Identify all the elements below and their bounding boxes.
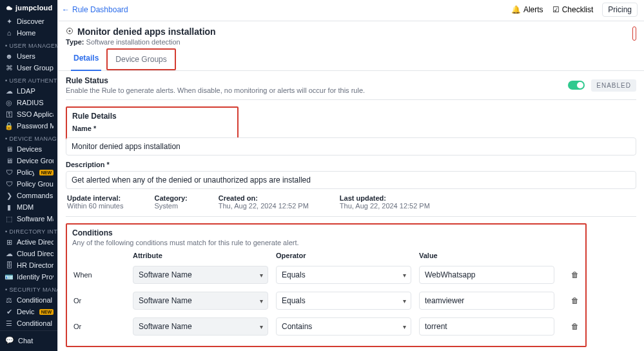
users-icon: ⌘	[5, 64, 13, 72]
top-actions: 🔔Alerts ☑Checklist Pricing	[511, 3, 638, 17]
sidebar-item-active-directory[interactable]: ⊞Active Directory	[0, 236, 57, 248]
sidebar-item-label: Active Directory	[17, 238, 54, 246]
sidebar-item-label: SSO Applications	[17, 110, 54, 118]
cond-operator-select[interactable]	[276, 292, 411, 310]
sidebar-item-hr-directories[interactable]: 🗄HR Directories	[0, 259, 57, 271]
package-icon: ⬚	[5, 215, 13, 223]
sidebar-item-user-groups[interactable]: ⌘User Groups	[0, 62, 57, 74]
sidebar-item-label: Home	[17, 29, 35, 37]
sidebar-chat[interactable]: 💬 Chat	[0, 330, 57, 351]
sidebar-item-label: Software Management	[17, 215, 54, 223]
sidebar-item-users[interactable]: ☻Users	[0, 50, 57, 62]
sidebar-item-label: Commands	[17, 192, 53, 199]
pricing-button[interactable]: Pricing	[602, 3, 638, 17]
description-label: Description	[66, 161, 636, 168]
page-action-cutoff[interactable]	[632, 26, 636, 41]
cond-attribute-select[interactable]	[133, 317, 268, 336]
sidebar-item-sso[interactable]: ⚿SSO Applications	[0, 108, 57, 120]
cond-keyword: Or	[73, 297, 125, 305]
sidebar-item-policy-groups[interactable]: 🛡Policy Groups	[0, 178, 57, 190]
meta-update-label: Update interval:	[67, 194, 123, 202]
brand[interactable]: jumpcloud	[0, 0, 57, 14]
cond-operator-select[interactable]	[276, 266, 411, 284]
tab-device-groups[interactable]: Device Groups	[106, 48, 175, 70]
conditions-title: Conditions	[72, 228, 580, 237]
tabs: Details Device Groups	[58, 48, 644, 71]
sidebar-item-radius[interactable]: ◎RADIUS	[0, 97, 57, 108]
clouds-icon: ☁	[5, 250, 13, 257]
content: Rule Status Enable the Rule to generate …	[58, 71, 644, 351]
sidebar-section-user-auth: USER AUTHENTICATION	[0, 74, 57, 85]
sidebar-section-security-management: SECURITY MANAGEMENT	[0, 283, 57, 294]
sidebar-item-commands[interactable]: ❯Commands	[0, 190, 57, 201]
sidebar-item-policy-management[interactable]: 🛡Policy ManagementNEW	[0, 166, 57, 178]
sidebar-item-ldap[interactable]: ☁LDAP	[0, 85, 57, 97]
description-input[interactable]	[66, 171, 636, 189]
shield-icon: 🛡	[5, 168, 13, 176]
sidebar-item-label: Identity Providers	[17, 273, 54, 281]
broadcast-icon: ◎	[5, 99, 13, 106]
cond-keyword: Or	[73, 323, 125, 330]
brand-name: jumpcloud	[15, 4, 52, 12]
condition-row: Or 🗑	[72, 314, 580, 339]
sidebar-item-label: Conditional Lists	[17, 319, 54, 327]
page-title: Monitor denied apps installation	[66, 26, 216, 37]
tab-details[interactable]: Details	[66, 48, 106, 70]
enable-toggle[interactable]	[568, 81, 585, 90]
brand-logo-icon	[5, 4, 13, 12]
meta-updated-label: Last updated:	[340, 194, 430, 202]
sidebar-footer-label: Chat	[18, 337, 33, 345]
sidebar-item-password-manager[interactable]: 🔒Password Manager	[0, 120, 57, 132]
sidebar-item-device-trust[interactable]: ✔Device TrustNEW	[0, 306, 57, 317]
col-attribute: Attribute	[133, 252, 268, 259]
rule-icon	[66, 26, 73, 37]
condition-row: Or 🗑	[72, 288, 580, 314]
cond-value-input[interactable]	[419, 317, 554, 336]
sidebar-item-device-groups[interactable]: 🖥Device Groups	[0, 155, 57, 166]
cond-value-input[interactable]	[419, 266, 554, 284]
cond-operator-select[interactable]	[276, 317, 411, 336]
sidebar-item-label: Users	[17, 52, 35, 60]
delete-icon[interactable]: 🗑	[562, 296, 588, 305]
badge-new: NEW	[39, 309, 54, 315]
sidebar-item-identity-providers[interactable]: 🪪Identity Providers	[0, 271, 57, 283]
sidebar-item-discover[interactable]: ✦ Discover	[0, 15, 57, 27]
rule-status-section: Rule Status Enable the Rule to generate …	[66, 76, 636, 100]
sidebar-item-devices[interactable]: 🖥Devices	[0, 143, 57, 155]
sidebar-item-label: Policy Groups	[17, 180, 54, 188]
cond-attribute-select[interactable]	[133, 266, 268, 284]
cond-value-input[interactable]	[419, 292, 554, 310]
name-input[interactable]	[66, 137, 636, 155]
lock-icon: 🔒	[5, 122, 13, 130]
rule-status-hint: Enable the Rule to generate alerts. When…	[66, 86, 365, 94]
terminal-icon: ❯	[5, 192, 13, 199]
sidebar-item-conditional-policies[interactable]: ⚖Conditional Policies	[0, 294, 57, 306]
mobile-icon: ▮	[5, 203, 13, 211]
cloud-icon: ☁	[5, 87, 13, 95]
monitor-icon: 🖥	[5, 145, 13, 153]
sidebar-item-cloud-directories[interactable]: ☁Cloud Directories	[0, 248, 57, 259]
cond-attribute-select[interactable]	[133, 292, 268, 310]
sidebar-item-software-management[interactable]: ⬚Software Management	[0, 213, 57, 225]
delete-icon[interactable]: 🗑	[562, 270, 588, 279]
checklist-link[interactable]: ☑Checklist	[552, 5, 594, 14]
alerts-label: Alerts	[523, 5, 543, 14]
sidebar-item-mdm[interactable]: ▮MDM	[0, 201, 57, 213]
sidebar-item-label: Cloud Directories	[17, 250, 54, 257]
sidebar-item-home[interactable]: ⌂ Home	[0, 27, 57, 39]
sidebar-item-label: HR Directories	[17, 261, 54, 269]
sidebar-item-label: Discover	[17, 17, 44, 25]
page-title-text: Monitor denied apps installation	[77, 26, 216, 37]
sidebar-section-device-management: DEVICE MANAGEMENT	[0, 132, 57, 143]
back-button[interactable]: ← Rule Dashboard	[62, 5, 128, 14]
rule-details-meta: Update interval:Within 60 minutes Catego…	[66, 189, 636, 211]
sidebar-item-label: Device Trust	[17, 308, 34, 316]
alerts-link[interactable]: 🔔Alerts	[511, 5, 543, 14]
page-head: Monitor denied apps installation Type: S…	[58, 21, 644, 48]
sidebar-item-conditional-lists[interactable]: ☰Conditional Lists	[0, 317, 57, 329]
sidebar-item-label: LDAP	[17, 87, 35, 95]
monitors-icon: 🖥	[5, 157, 13, 165]
delete-icon[interactable]: 🗑	[562, 322, 588, 331]
sidebar-item-label: User Groups	[17, 64, 54, 72]
meta-updated-value: Thu, Aug 22, 2024 12:52 PM	[340, 202, 430, 210]
